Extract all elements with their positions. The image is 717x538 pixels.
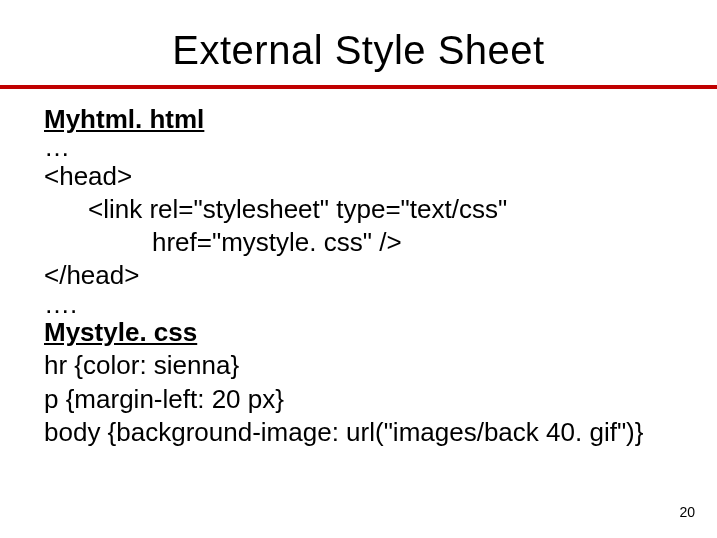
slide: External Style Sheet Myhtml. html … <hea…	[0, 0, 717, 538]
css-rule-hr: hr {color: sienna}	[44, 349, 683, 382]
filename-css: Mystyle. css	[44, 316, 683, 349]
code-link-line2: href="mystyle. css" />	[44, 226, 683, 259]
css-rule-body: body {background-image: url("images/back…	[44, 416, 683, 449]
ellipsis-1: …	[44, 136, 683, 159]
slide-body: Myhtml. html … <head> <link rel="stylesh…	[0, 89, 717, 449]
ellipsis-2: ….	[44, 293, 683, 316]
filename-html: Myhtml. html	[44, 103, 683, 136]
css-rule-p: p {margin-left: 20 px}	[44, 383, 683, 416]
code-head-close: </head>	[44, 259, 683, 292]
code-head-open: <head>	[44, 160, 683, 193]
slide-title: External Style Sheet	[0, 0, 717, 85]
page-number: 20	[679, 504, 695, 520]
code-link-line1: <link rel="stylesheet" type="text/css"	[44, 193, 683, 226]
